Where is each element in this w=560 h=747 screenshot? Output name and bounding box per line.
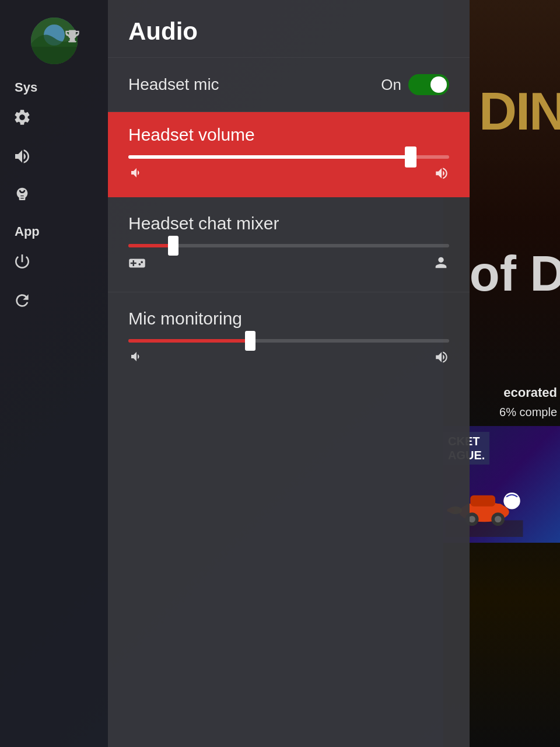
chat-game-icon — [128, 254, 146, 275]
headset-mic-label: Headset mic — [128, 75, 219, 94]
chat-person-icon — [433, 254, 449, 275]
mic-icons-row — [128, 350, 449, 368]
mic-fill — [128, 339, 250, 343]
page-title: Audio — [128, 18, 449, 46]
mic-monitoring-slider[interactable] — [128, 339, 449, 343]
volume-icons-row — [128, 166, 449, 184]
power-icon — [13, 252, 32, 275]
trophy-icon — [64, 28, 80, 48]
mic-max-icon — [434, 350, 449, 368]
sidebar-sys-label: Sys — [0, 80, 37, 95]
game-decorated-text: ecorated — [503, 385, 557, 400]
settings-icon — [13, 108, 32, 131]
volume-thumb[interactable] — [405, 146, 416, 167]
headset-chat-mixer-section: Headset chat mixer — [108, 197, 470, 292]
chat-mixer-title: Headset chat mixer — [128, 214, 449, 233]
main-panel: Audio Headset mic On Headset volume — [108, 0, 470, 747]
sidebar-item-volume[interactable] — [0, 139, 108, 178]
headset-volume-section: Headset volume — [108, 112, 470, 197]
sidebar-item-tips[interactable] — [0, 178, 108, 217]
chat-thumb[interactable] — [168, 236, 178, 256]
chat-fill — [128, 244, 173, 247]
game-title-din: DIN — [479, 82, 560, 142]
mic-min-icon — [128, 350, 142, 368]
svg-rect-3 — [470, 495, 495, 507]
svg-point-7 — [495, 516, 501, 522]
panel-header: Audio — [108, 0, 470, 58]
sidebar-item-refresh[interactable] — [0, 283, 108, 322]
volume-fill — [128, 155, 411, 159]
mic-monitoring-section: Mic monitoring — [108, 292, 470, 385]
sidebar-item-power[interactable] — [0, 244, 108, 283]
chat-mixer-slider[interactable] — [128, 244, 449, 247]
mic-track — [128, 339, 449, 343]
volume-icon — [13, 147, 32, 170]
toggle-on-text: On — [381, 76, 401, 94]
headset-mic-toggle[interactable] — [408, 74, 449, 95]
refresh-icon — [13, 291, 32, 314]
sidebar-item-settings[interactable] — [0, 100, 108, 139]
mic-monitoring-title: Mic monitoring — [128, 309, 449, 329]
volume-max-icon — [434, 166, 449, 184]
headset-volume-slider[interactable] — [128, 155, 449, 159]
headset-volume-title: Headset volume — [128, 125, 449, 145]
toggle-container: On — [381, 74, 449, 95]
game-title-ofd: of D — [470, 245, 560, 302]
tips-icon — [13, 186, 32, 209]
mic-thumb[interactable] — [245, 331, 256, 351]
headset-mic-row: Headset mic On — [108, 58, 470, 112]
game-progress-text: 6% comple — [499, 406, 557, 419]
svg-point-5 — [468, 516, 475, 522]
sidebar: Sys App — [0, 0, 108, 747]
volume-min-icon — [128, 166, 142, 184]
sidebar-app-label: App — [0, 224, 40, 239]
chat-track — [128, 244, 449, 247]
chat-mixer-icons-row — [128, 254, 449, 275]
volume-track — [128, 155, 449, 159]
toggle-thumb — [430, 76, 447, 93]
